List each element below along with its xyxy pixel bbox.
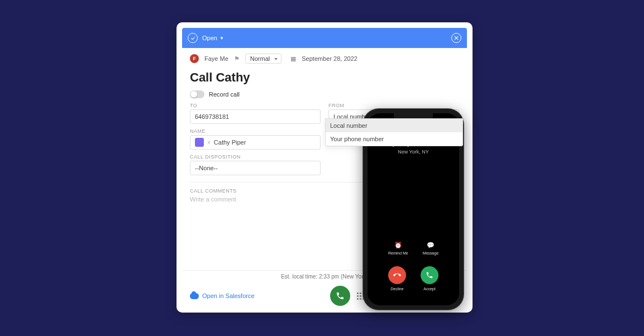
- record-toggle-label: Record call: [209, 91, 240, 98]
- chevron-down-icon: ▼: [220, 36, 224, 41]
- close-button[interactable]: [451, 33, 461, 43]
- avatar-letter: F: [193, 56, 196, 61]
- alarm-icon: ⏰: [394, 241, 402, 249]
- contact-icon: [195, 138, 204, 147]
- comments-label: CALL COMMENTS: [190, 188, 237, 194]
- from-label: FROM: [328, 103, 459, 108]
- disposition-select[interactable]: --None--: [190, 161, 321, 175]
- salesforce-label: Open in Salesforce: [202, 292, 255, 299]
- flag-icon[interactable]: ⚑: [234, 55, 240, 63]
- remind-label: Remind Me: [388, 251, 408, 255]
- incoming-location: New York, NY: [398, 149, 429, 155]
- name-label: NAME: [190, 128, 321, 134]
- from-option[interactable]: Your phone number: [326, 132, 462, 146]
- due-date: September 28, 2022: [302, 55, 357, 62]
- name-input[interactable]: × Cathy Piper: [190, 135, 321, 150]
- calendar-icon[interactable]: ▦: [290, 55, 296, 63]
- owner-avatar[interactable]: F: [190, 54, 199, 63]
- footer-center: [330, 286, 364, 306]
- remind-me-button[interactable]: ⏰ Remind Me: [388, 241, 408, 255]
- message-button[interactable]: 💬 Message: [423, 241, 438, 255]
- salesforce-icon: [190, 293, 199, 299]
- call-button[interactable]: [330, 286, 350, 306]
- disposition-field: CALL DISPOSITION --None--: [190, 154, 321, 175]
- to-input[interactable]: 6469738181: [190, 109, 321, 124]
- card-header: Open ▼: [182, 28, 467, 48]
- check-circle-icon[interactable]: [188, 33, 198, 43]
- disposition-value: --None--: [195, 165, 218, 171]
- priority-select[interactable]: Normal: [245, 54, 282, 64]
- from-dropdown: Local number Your phone number: [325, 118, 463, 146]
- accept-button[interactable]: Accept: [421, 266, 438, 291]
- phone-action-row-small: ⏰ Remind Me 💬 Message: [368, 241, 459, 255]
- status-label: Open: [202, 35, 217, 41]
- header-left: Open ▼: [188, 33, 224, 43]
- decline-button[interactable]: Decline: [388, 266, 406, 291]
- accept-label: Accept: [423, 287, 435, 291]
- record-toggle-row: Record call: [182, 89, 467, 103]
- priority-value: Normal: [250, 55, 270, 62]
- message-label: Message: [423, 251, 438, 255]
- name-value: Cathy Piper: [214, 139, 246, 146]
- open-in-salesforce[interactable]: Open in Salesforce: [190, 292, 255, 299]
- owner-name: Faye Me: [204, 55, 228, 62]
- disposition-label: CALL DISPOSITION: [190, 154, 321, 160]
- accept-circle: [421, 266, 438, 284]
- to-field: TO 6469738181: [190, 103, 321, 124]
- name-field: NAME × Cathy Piper: [190, 128, 321, 150]
- from-option[interactable]: Local number: [326, 119, 462, 132]
- to-label: TO: [190, 103, 321, 108]
- meta-row: F Faye Me ⚑ Normal ▦ September 28, 2022: [182, 48, 467, 67]
- to-value: 6469738181: [195, 113, 229, 120]
- status-dropdown[interactable]: Open ▼: [202, 35, 224, 41]
- message-icon: 💬: [427, 241, 435, 249]
- remove-contact-icon[interactable]: ×: [207, 140, 211, 146]
- task-title: Call Cathy: [182, 67, 467, 89]
- decline-circle: [388, 266, 406, 284]
- record-toggle[interactable]: [190, 90, 204, 98]
- phone-action-row-big: Decline Accept: [368, 266, 459, 291]
- decline-label: Decline: [390, 287, 403, 291]
